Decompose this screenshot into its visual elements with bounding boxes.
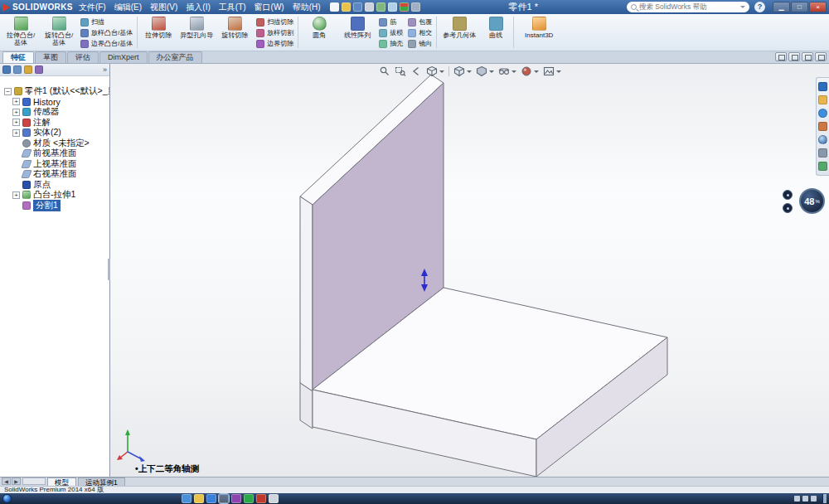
hud-mini-button-1[interactable]	[783, 190, 793, 200]
menu-view[interactable]: 视图(V)	[149, 2, 178, 13]
model-canvas[interactable]	[110, 64, 828, 477]
expand-icon[interactable]	[12, 129, 20, 137]
tray-icon-2[interactable]	[802, 496, 808, 502]
design-library-icon[interactable]	[818, 95, 827, 104]
restore-button[interactable]: □	[791, 2, 808, 12]
menu-help[interactable]: 帮助(H)	[292, 2, 322, 13]
taskbar-app-7[interactable]	[256, 494, 266, 503]
swept-boss-button[interactable]: 扫描	[80, 17, 133, 27]
open-icon[interactable]	[342, 2, 351, 12]
rib-button[interactable]: 筋	[379, 17, 403, 27]
graphics-viewport[interactable]: 48% •上下二等角轴测	[110, 64, 829, 477]
chevron-down-icon[interactable]	[511, 70, 516, 73]
menu-file[interactable]: 文件(F)	[78, 2, 107, 13]
zoom-area-button[interactable]	[395, 65, 406, 77]
fillet-button[interactable]: 圆角	[301, 15, 337, 50]
tab-scrollbar-track[interactable]	[22, 477, 46, 485]
menu-window[interactable]: 窗口(W)	[254, 2, 285, 13]
menu-edit[interactable]: 编辑(E)	[114, 2, 143, 13]
save-icon[interactable]	[353, 2, 362, 12]
minimize-button[interactable]: ▁	[773, 2, 790, 12]
shell-button[interactable]: 抽壳	[379, 39, 403, 48]
new-document-icon[interactable]	[330, 2, 339, 12]
taskbar-app-5[interactable]	[231, 494, 241, 503]
hide-show-items-button[interactable]	[498, 65, 516, 77]
tree-item-top-plane[interactable]: 上视基准面	[2, 159, 109, 170]
revolved-cut-button[interactable]: 旋转切除	[216, 15, 253, 50]
menu-tools[interactable]: 工具(T)	[218, 2, 247, 13]
tab-evaluate[interactable]: 评估	[67, 51, 99, 63]
tree-item-front-plane[interactable]: 前视基准面	[2, 148, 109, 159]
tab-dimxpert[interactable]: DimXpert	[99, 51, 148, 63]
undo-icon[interactable]	[376, 2, 385, 12]
doc-window-button-1[interactable]	[775, 52, 787, 61]
redo-icon[interactable]	[388, 2, 397, 12]
swept-cut-button[interactable]: 扫描切除	[256, 17, 293, 27]
expand-icon[interactable]	[12, 98, 20, 105]
doc-window-button-3[interactable]	[802, 52, 813, 61]
taskbar-app-1[interactable]	[182, 494, 191, 503]
start-button[interactable]	[2, 494, 12, 503]
configuration-manager-tab-icon[interactable]	[24, 65, 32, 74]
panel-overflow-chevron[interactable]: »	[103, 65, 107, 74]
chevron-down-icon[interactable]	[489, 70, 494, 73]
tab-features[interactable]: 特征	[2, 51, 34, 63]
motion-study-tab[interactable]: 运动算例1	[78, 477, 125, 486]
model-tab[interactable]: 模型	[47, 477, 76, 486]
instant3d-button[interactable]: Instant3D	[516, 15, 561, 50]
wrap-button[interactable]: 包覆	[408, 17, 432, 27]
boundary-cut-button[interactable]: 边界切除	[256, 39, 293, 48]
help-button[interactable]: ?	[754, 2, 765, 12]
linear-pattern-button[interactable]: 线性阵列	[339, 15, 376, 50]
tree-item-solid-bodies[interactable]: 实体(2)	[2, 128, 109, 138]
chevron-down-icon[interactable]	[556, 70, 561, 73]
curves-button[interactable]: 曲线	[481, 15, 511, 50]
tree-item-boss-extrude1[interactable]: 凸台-拉伸1	[2, 190, 109, 201]
draft-button[interactable]: 拔模	[379, 28, 403, 37]
chevron-down-icon[interactable]	[439, 70, 444, 73]
search-dropdown-icon[interactable]	[740, 6, 745, 8]
model-face-plate-side[interactable]	[300, 196, 313, 391]
menu-insert[interactable]: 插入(I)	[185, 2, 211, 13]
tab-sketch[interactable]: 草图	[35, 51, 66, 63]
file-explorer-icon[interactable]	[818, 109, 827, 118]
show-desktop-button[interactable]	[822, 494, 827, 503]
tab-scroll-left-button[interactable]: ◀	[2, 477, 11, 485]
lofted-boss-button[interactable]: 放样凸台/基体	[80, 28, 133, 37]
tab-office-products[interactable]: 办公室产品	[148, 51, 202, 63]
intersect-button[interactable]: 相交	[408, 28, 432, 37]
view-orientation-button[interactable]	[453, 65, 472, 77]
chevron-down-icon[interactable]	[467, 70, 472, 73]
tree-item-origin[interactable]: 原点	[2, 180, 109, 191]
custom-properties-icon[interactable]	[818, 148, 827, 158]
expand-icon[interactable]	[12, 109, 20, 116]
previous-view-button[interactable]	[410, 65, 422, 77]
tree-item-sensors[interactable]: 传感器	[2, 107, 109, 118]
search-box[interactable]: 搜索 SolidWorks 帮助	[627, 2, 749, 12]
edit-appearance-button[interactable]	[521, 65, 539, 77]
expand-icon[interactable]	[12, 119, 20, 126]
tree-item-part-root[interactable]: 零件1 (默认<<默认>_显示状态	[2, 86, 109, 97]
display-style-button[interactable]	[476, 65, 494, 77]
view-palette-icon[interactable]	[818, 122, 827, 131]
hud-mini-button-2[interactable]	[783, 203, 793, 213]
boundary-boss-button[interactable]: 边界凸台/基体	[80, 39, 133, 48]
apply-scene-button[interactable]	[543, 65, 561, 77]
solidworks-resources-icon[interactable]	[818, 82, 827, 91]
close-button[interactable]: ×	[809, 2, 827, 12]
appearances-scenes-icon[interactable]	[818, 135, 827, 144]
tree-item-history[interactable]: History	[2, 97, 109, 108]
property-manager-tab-icon[interactable]	[13, 65, 22, 74]
doc-window-button-2[interactable]	[788, 52, 800, 61]
taskbar-app-3[interactable]	[206, 494, 216, 503]
hole-wizard-button[interactable]: 异型孔向导	[178, 15, 215, 50]
feature-manager-tab-icon[interactable]	[2, 65, 11, 74]
tray-icon-3[interactable]	[811, 496, 817, 502]
expand-icon[interactable]	[12, 191, 20, 199]
dimxpert-manager-tab-icon[interactable]	[35, 65, 43, 74]
lofted-cut-button[interactable]: 放样切割	[256, 28, 293, 37]
taskbar-app-8[interactable]	[269, 494, 279, 503]
tree-item-split1[interactable]: 分割1	[2, 201, 109, 211]
taskbar-app-2[interactable]	[194, 494, 204, 503]
section-view-button[interactable]	[426, 65, 444, 77]
